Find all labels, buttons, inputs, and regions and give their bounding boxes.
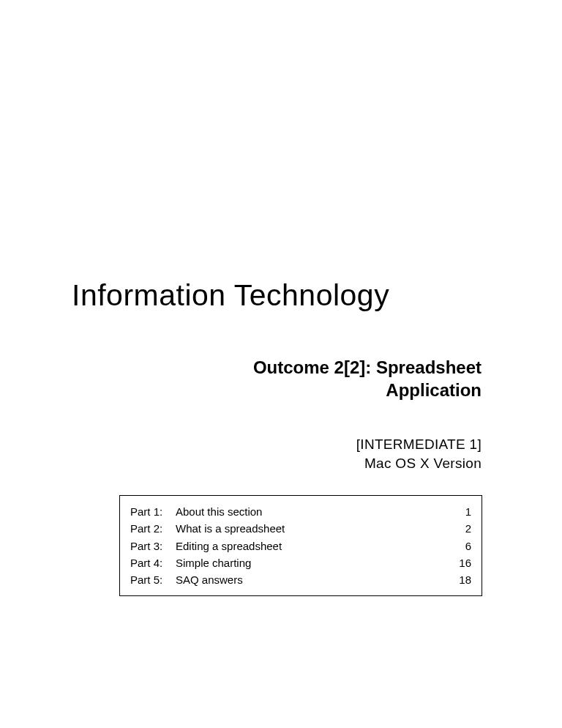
info-block: [INTERMEDIATE 1] Mac OS X Version	[356, 435, 482, 472]
toc-row-page: 6	[449, 538, 471, 554]
toc-row-title: Simple charting	[176, 554, 449, 571]
toc-part-label: Part 4:	[130, 554, 176, 571]
subtitle-line-2: Application	[253, 379, 482, 401]
toc-row: Part 1: About this section 1	[130, 503, 471, 520]
page-title: Information Technology	[72, 278, 389, 313]
toc-row-title: SAQ answers	[176, 571, 449, 588]
subtitle-line-1: Outcome 2[2]: Spreadsheet	[253, 356, 482, 379]
toc-row-page: 16	[449, 554, 471, 571]
toc-row: Part 4: Simple charting 16	[130, 554, 471, 571]
toc-row-page: 2	[449, 520, 471, 537]
toc-row-page: 18	[449, 571, 471, 588]
toc-part-label: Part 3:	[130, 538, 176, 554]
info-line-1: [INTERMEDIATE 1]	[356, 435, 482, 454]
toc-row-page: 1	[449, 503, 471, 520]
toc-row: Part 2: What is a spreadsheet 2	[130, 520, 471, 537]
subtitle-block: Outcome 2[2]: Spreadsheet Application	[253, 356, 482, 401]
toc-row: Part 3: Editing a spreadsheet 6	[130, 538, 471, 554]
toc-part-label: Part 2:	[130, 520, 176, 537]
toc-part-label: Part 1:	[130, 503, 176, 520]
toc-row: Part 5: SAQ answers 18	[130, 571, 471, 588]
toc-row-title: About this section	[176, 503, 449, 520]
toc-row-title: Editing a spreadsheet	[176, 538, 449, 554]
table-of-contents: Part 1: About this section 1 Part 2: Wha…	[119, 495, 482, 596]
toc-row-title: What is a spreadsheet	[176, 520, 449, 537]
toc-part-label: Part 5:	[130, 571, 176, 588]
info-line-2: Mac OS X Version	[356, 454, 482, 473]
